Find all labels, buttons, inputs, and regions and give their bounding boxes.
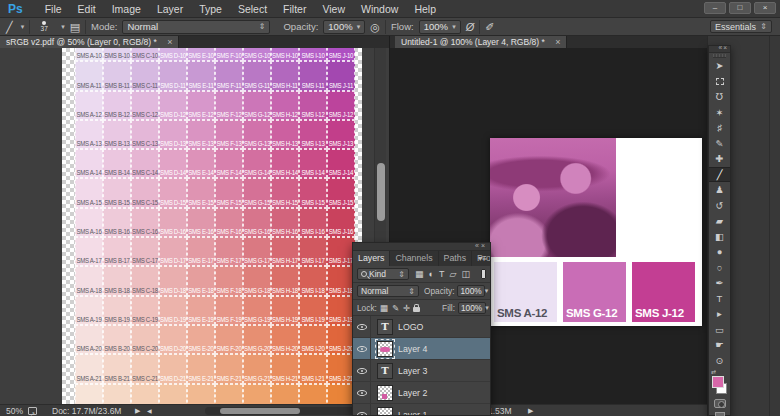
status-flyout-icon[interactable]: ▶	[528, 405, 533, 416]
path-select-tool[interactable]: ▸	[709, 306, 730, 322]
layers-panel-header[interactable]: «×	[353, 243, 490, 251]
pen-tool[interactable]: ✒	[709, 275, 730, 291]
menu-layer[interactable]: Layer	[149, 0, 191, 18]
lasso-tool[interactable]: ℧	[709, 89, 730, 105]
layer-thumbnail[interactable]	[377, 341, 393, 357]
tab-layers[interactable]: Layers	[353, 251, 390, 266]
brush-tool-icon[interactable]: ╱	[6, 20, 13, 34]
menu-window[interactable]: Window	[353, 0, 406, 18]
layer-row-layer-4[interactable]: Layer 4	[353, 338, 490, 360]
swatch-cell: SMS D-14	[159, 149, 187, 178]
filter-toggle[interactable]	[481, 269, 486, 279]
visibility-toggle[interactable]	[353, 404, 371, 416]
menu-select[interactable]: Select	[230, 0, 275, 18]
zoom-tool[interactable]: ⊙	[709, 353, 730, 369]
history-brush-tool[interactable]: ↺	[709, 198, 730, 214]
tab-channels[interactable]: Channels	[390, 251, 438, 266]
menu-view[interactable]: View	[314, 0, 353, 18]
lock-all-icon[interactable]	[413, 307, 420, 312]
gradient-tool[interactable]: ◧	[709, 229, 730, 245]
lock-pixels-icon[interactable]: ✎	[392, 303, 399, 313]
airbrush-icon[interactable]: Ø	[466, 20, 475, 34]
quick-mask-icon[interactable]	[714, 399, 726, 408]
menu-file[interactable]: File	[37, 0, 70, 18]
type-tool[interactable]: T	[709, 291, 730, 307]
swap-colors-icon[interactable]: ⇄	[711, 368, 716, 375]
hand-tool[interactable]: ☛	[709, 337, 730, 353]
chevron-down-icon[interactable]: ▾	[21, 23, 25, 31]
magic-wand-tool[interactable]: ✶	[709, 105, 730, 121]
menu-image[interactable]: Image	[104, 0, 149, 18]
brush-tool[interactable]: ╱	[709, 167, 730, 183]
marquee-tool[interactable]	[709, 74, 730, 90]
pixel-filter-icon[interactable]: ▦	[415, 268, 424, 280]
lock-position-icon[interactable]: ✛	[403, 303, 410, 313]
zoom-level[interactable]: 50%	[6, 405, 23, 416]
dodge-tool[interactable]: ○	[709, 260, 730, 276]
tab-paths[interactable]: Paths	[439, 251, 473, 266]
mode-select[interactable]: Normal ⇕	[122, 20, 270, 34]
layer-thumbnail[interactable]: T	[377, 319, 393, 335]
layer-thumbnail[interactable]: T	[377, 363, 393, 379]
clone-stamp-tool[interactable]: ♟	[709, 182, 730, 198]
eyedropper-tool[interactable]: ✎	[709, 136, 730, 152]
type-filter-icon[interactable]: T	[439, 268, 445, 280]
adjustment-filter-icon[interactable]: ◐	[429, 268, 434, 280]
layer-fill-field[interactable]: 100% ▾	[458, 302, 486, 314]
visibility-toggle[interactable]	[353, 382, 371, 403]
move-tool[interactable]: ➤	[709, 58, 730, 74]
tools-panel-header[interactable]: «×	[709, 46, 730, 53]
close-icon[interactable]: ×	[555, 37, 560, 47]
layer-row-layer-1[interactable]: Layer 1	[353, 404, 490, 416]
menu-type[interactable]: Type	[191, 0, 230, 18]
layer-row-logo[interactable]: TLOGO	[353, 316, 490, 338]
layer-thumbnail[interactable]	[377, 385, 393, 401]
status-back-icon[interactable]: ◀	[147, 405, 152, 416]
scrollbar-thumb[interactable]	[220, 408, 300, 414]
layer-row-layer-2[interactable]: Layer 2	[353, 382, 490, 404]
foreground-color-well[interactable]	[712, 376, 724, 388]
blend-mode-select[interactable]: Normal ⇕	[357, 285, 419, 297]
workspace-switcher[interactable]: Essentials ⇕	[710, 20, 772, 33]
close-icon[interactable]: ×	[723, 44, 728, 51]
scrollbar-thumb[interactable]	[377, 163, 385, 221]
shape-filter-icon[interactable]: ▱	[449, 268, 456, 280]
toggle-brush-panel-icon[interactable]: ▤	[70, 20, 80, 34]
menu-filter[interactable]: Filter	[275, 0, 314, 18]
healing-brush-tool[interactable]: ✚	[709, 151, 730, 167]
flow-field[interactable]: 100% ▾	[419, 20, 461, 34]
pressure-opacity-icon[interactable]: ◎	[370, 20, 380, 34]
share-icon[interactable]: ↗	[28, 407, 37, 415]
close-icon[interactable]: ×	[167, 37, 172, 47]
artboard[interactable]: SMS A-12SMS G-12SMS J-12	[490, 138, 702, 326]
layer-opacity-field[interactable]: 100% ▾	[457, 285, 485, 297]
smart-object-filter-icon[interactable]: ◫	[461, 268, 470, 280]
visibility-toggle[interactable]	[353, 338, 371, 359]
brush-preset-picker[interactable]: 37	[35, 21, 53, 32]
visibility-toggle[interactable]	[353, 316, 371, 337]
status-flyout-icon[interactable]: ▶	[135, 405, 140, 416]
lock-transparency-icon[interactable]: ▦	[380, 303, 388, 313]
panel-menu-icon[interactable]: ≡	[482, 254, 487, 263]
minimize-button[interactable]: –	[704, 2, 726, 14]
crop-tool[interactable]: ♯	[709, 120, 730, 136]
close-button[interactable]: ×	[754, 2, 776, 14]
pressure-size-icon[interactable]: ✐	[485, 20, 494, 34]
tab-srgb-v2-pdf[interactable]: sRGB v2.pdf @ 50% (Layer 0, RGB/8) * ×	[0, 36, 179, 48]
visibility-toggle[interactable]	[353, 360, 371, 381]
chevron-down-icon[interactable]: ▾	[61, 23, 65, 31]
tab-untitled-1[interactable]: Untitled-1 @ 100% (Layer 4, RGB/8) * ×	[395, 36, 567, 48]
close-icon[interactable]: ×	[481, 242, 487, 249]
eraser-tool[interactable]: ▰	[709, 213, 730, 229]
kind-filter-select[interactable]: Kind ⇕	[357, 268, 409, 280]
canvas-srgb[interactable]: SMS A-10SMS B-10SMS C-10SMS D-10SMS E-10…	[0, 48, 389, 404]
layer-thumbnail[interactable]	[377, 407, 393, 416]
screen-mode-icon[interactable]	[715, 412, 725, 416]
opacity-field[interactable]: 100% ▾	[323, 20, 365, 34]
menu-help[interactable]: Help	[406, 0, 444, 18]
menu-edit[interactable]: Edit	[70, 0, 104, 18]
layer-row-layer-3[interactable]: TLayer 3	[353, 360, 490, 382]
restore-button[interactable]: □	[729, 2, 751, 14]
blur-tool[interactable]: ●	[709, 244, 730, 260]
shape-tool[interactable]: ▭	[709, 322, 730, 338]
